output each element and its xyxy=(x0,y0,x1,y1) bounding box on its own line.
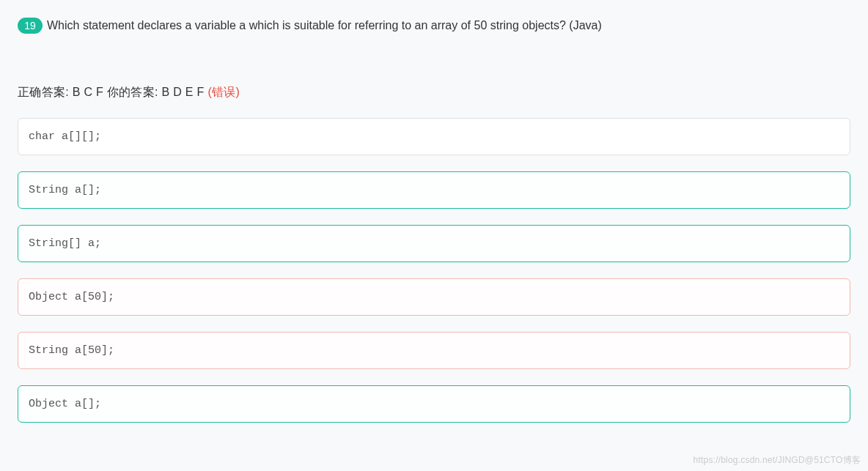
option-e[interactable]: String a[50]; xyxy=(18,332,850,369)
answer-summary: 正确答案: B C F 你的答案: B D E F (错误) xyxy=(18,85,850,100)
option-a[interactable]: char a[][]; xyxy=(18,118,850,155)
options-list: char a[][]; String a[]; String[] a; Obje… xyxy=(18,118,850,423)
watermark: https://blog.csdn.net/JINGD@51CTO博客 xyxy=(694,454,861,467)
your-answer-label: 你的答案: xyxy=(103,86,161,98)
option-c[interactable]: String[] a; xyxy=(18,225,850,262)
option-b[interactable]: String a[]; xyxy=(18,171,850,209)
question-number-badge: 19 xyxy=(18,18,43,34)
wrong-tag: (错误) xyxy=(207,86,240,98)
question-header: 19 Which statement declares a variable a… xyxy=(18,18,850,34)
your-answer-value: B D E F xyxy=(162,86,208,98)
option-d[interactable]: Object a[50]; xyxy=(18,278,850,316)
correct-answer-label: 正确答案: xyxy=(18,86,73,98)
correct-answer-value: B C F xyxy=(73,86,103,98)
question-text: Which statement declares a variable a wh… xyxy=(47,18,602,34)
option-f[interactable]: Object a[]; xyxy=(18,385,850,423)
